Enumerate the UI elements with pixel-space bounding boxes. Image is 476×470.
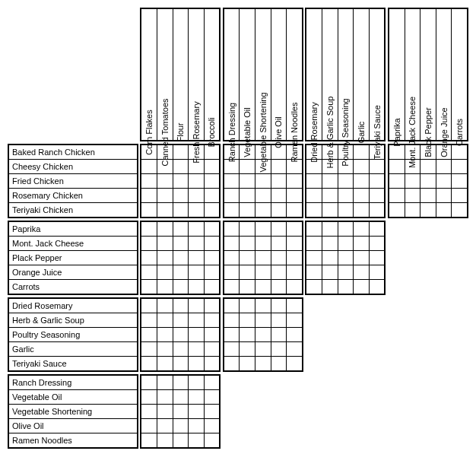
grid-cell[interactable]: [354, 237, 370, 251]
grid-cell[interactable]: [287, 298, 303, 313]
grid-cell[interactable]: [240, 221, 255, 237]
grid-cell[interactable]: [271, 221, 287, 237]
grid-cell[interactable]: [271, 160, 287, 174]
grid-cell[interactable]: [157, 237, 173, 251]
grid-cell[interactable]: [189, 433, 205, 449]
grid-cell[interactable]: [436, 203, 452, 218]
grid-cell[interactable]: [287, 357, 303, 372]
grid-cell[interactable]: [240, 280, 255, 295]
grid-cell[interactable]: [173, 328, 189, 342]
grid-cell[interactable]: [141, 375, 157, 390]
grid-cell[interactable]: [240, 203, 255, 218]
grid-cell[interactable]: [189, 342, 205, 357]
grid-cell[interactable]: [420, 189, 436, 203]
grid-cell[interactable]: [224, 328, 240, 342]
grid-cell[interactable]: [224, 237, 240, 251]
grid-cell[interactable]: [271, 298, 287, 313]
grid-cell[interactable]: [204, 280, 220, 295]
grid-cell[interactable]: [354, 160, 370, 174]
grid-cell[interactable]: [141, 221, 157, 237]
grid-cell[interactable]: [322, 265, 338, 280]
grid-cell[interactable]: [389, 174, 405, 189]
grid-cell[interactable]: [354, 221, 370, 237]
grid-cell[interactable]: [354, 265, 370, 280]
grid-cell[interactable]: [141, 189, 157, 203]
grid-cell[interactable]: [271, 357, 287, 372]
grid-cell[interactable]: [271, 265, 287, 280]
grid-cell[interactable]: [452, 174, 468, 189]
grid-cell[interactable]: [287, 189, 303, 203]
grid-cell[interactable]: [306, 174, 322, 189]
grid-cell[interactable]: [271, 251, 287, 265]
grid-cell[interactable]: [157, 174, 173, 189]
grid-cell[interactable]: [204, 328, 220, 342]
grid-cell[interactable]: [322, 203, 338, 218]
grid-cell[interactable]: [255, 189, 271, 203]
grid-cell[interactable]: [204, 237, 220, 251]
grid-cell[interactable]: [240, 174, 255, 189]
grid-cell[interactable]: [306, 280, 322, 295]
grid-cell[interactable]: [287, 342, 303, 357]
grid-cell[interactable]: [173, 280, 189, 295]
grid-cell[interactable]: [271, 203, 287, 218]
grid-cell[interactable]: [306, 189, 322, 203]
grid-cell[interactable]: [189, 375, 205, 390]
grid-cell[interactable]: [141, 313, 157, 328]
grid-cell[interactable]: [452, 203, 468, 218]
grid-cell[interactable]: [141, 160, 157, 174]
grid-cell[interactable]: [173, 237, 189, 251]
grid-cell[interactable]: [389, 144, 405, 160]
grid-cell[interactable]: [255, 298, 271, 313]
grid-cell[interactable]: [157, 433, 173, 449]
grid-cell[interactable]: [204, 251, 220, 265]
grid-cell[interactable]: [141, 405, 157, 419]
grid-cell[interactable]: [189, 419, 205, 433]
grid-cell[interactable]: [204, 265, 220, 280]
grid-cell[interactable]: [189, 328, 205, 342]
grid-cell[interactable]: [338, 237, 354, 251]
grid-cell[interactable]: [173, 313, 189, 328]
grid-cell[interactable]: [173, 433, 189, 449]
grid-cell[interactable]: [224, 265, 240, 280]
grid-cell[interactable]: [354, 251, 370, 265]
grid-cell[interactable]: [173, 265, 189, 280]
grid-cell[interactable]: [389, 160, 405, 174]
grid-cell[interactable]: [141, 280, 157, 295]
grid-cell[interactable]: [157, 405, 173, 419]
grid-cell[interactable]: [224, 221, 240, 237]
grid-cell[interactable]: [157, 203, 173, 218]
grid-cell[interactable]: [173, 174, 189, 189]
grid-cell[interactable]: [240, 251, 255, 265]
grid-cell[interactable]: [173, 189, 189, 203]
grid-cell[interactable]: [204, 375, 220, 390]
grid-cell[interactable]: [255, 265, 271, 280]
grid-cell[interactable]: [255, 328, 271, 342]
grid-cell[interactable]: [173, 298, 189, 313]
grid-cell[interactable]: [271, 174, 287, 189]
grid-cell[interactable]: [204, 357, 220, 372]
grid-cell[interactable]: [255, 280, 271, 295]
grid-cell[interactable]: [204, 174, 220, 189]
grid-cell[interactable]: [189, 221, 205, 237]
grid-cell[interactable]: [405, 174, 420, 189]
grid-cell[interactable]: [141, 203, 157, 218]
grid-cell[interactable]: [224, 174, 240, 189]
grid-cell[interactable]: [405, 189, 420, 203]
grid-cell[interactable]: [322, 280, 338, 295]
grid-cell[interactable]: [141, 419, 157, 433]
grid-cell[interactable]: [141, 298, 157, 313]
grid-cell[interactable]: [369, 237, 385, 251]
grid-cell[interactable]: [204, 313, 220, 328]
grid-cell[interactable]: [224, 357, 240, 372]
grid-cell[interactable]: [287, 203, 303, 218]
grid-cell[interactable]: [255, 237, 271, 251]
grid-cell[interactable]: [157, 251, 173, 265]
grid-cell[interactable]: [369, 280, 385, 295]
grid-cell[interactable]: [204, 203, 220, 218]
grid-cell[interactable]: [141, 357, 157, 372]
grid-cell[interactable]: [354, 189, 370, 203]
grid-cell[interactable]: [189, 313, 205, 328]
grid-cell[interactable]: [436, 174, 452, 189]
grid-cell[interactable]: [240, 160, 255, 174]
grid-cell[interactable]: [255, 342, 271, 357]
